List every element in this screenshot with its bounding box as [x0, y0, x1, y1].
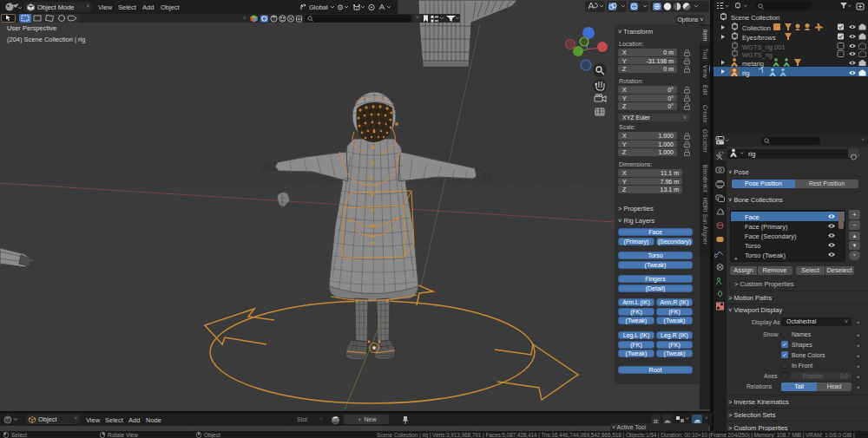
svg-text:WGTS_rig.001: WGTS_rig.001 [742, 43, 786, 51]
svg-text:rig: rig [742, 69, 749, 77]
svg-text:Eyes/brows: Eyes/brows [742, 34, 776, 42]
svg-text:Global: Global [309, 3, 328, 11]
svg-text:metarig: metarig [742, 60, 764, 68]
svg-text:Collection: Collection [742, 24, 771, 32]
svg-text:Scene Collection: Scene Collection [731, 14, 779, 22]
svg-text:WGTS_rig: WGTS_rig [742, 51, 773, 59]
